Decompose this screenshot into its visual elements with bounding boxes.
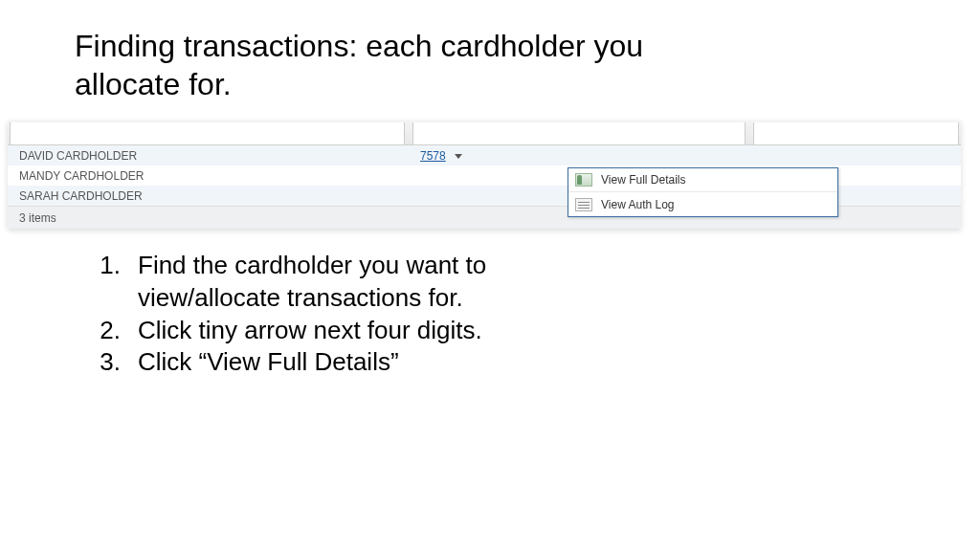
table-header — [8, 121, 961, 145]
step-number: 1. — [96, 250, 138, 315]
list-item: 3. Click “View Full Details” — [96, 346, 980, 379]
cardholder-table-screenshot: DAVID CARDHOLDER 7578 MANDY CARDHOLDER S… — [8, 121, 961, 229]
step-text: Click tiny arrow next four digits. — [138, 315, 635, 347]
cardholder-name: MANDY CARDHOLDER — [8, 169, 414, 183]
item-count: 3 items — [19, 211, 56, 225]
context-menu: View Full Details View Auth Log — [568, 167, 838, 217]
list-item: 2. Click tiny arrow next four digits. — [96, 315, 980, 347]
dropdown-arrow-icon[interactable] — [455, 154, 462, 159]
menu-item-label: View Auth Log — [601, 198, 675, 211]
step-number: 2. — [96, 315, 138, 347]
list-item: 1. Find the cardholder you want to view/… — [96, 250, 980, 315]
menu-view-auth-log[interactable]: View Auth Log — [568, 192, 837, 216]
step-text: Click “View Full Details” — [138, 346, 635, 379]
cardholder-code-cell: 7578 — [414, 149, 747, 163]
menu-view-full-details[interactable]: View Full Details — [568, 168, 837, 192]
slide-title: Finding transactions: each cardholder yo… — [0, 0, 727, 103]
menu-item-label: View Full Details — [601, 173, 685, 187]
person-card-icon — [572, 171, 595, 188]
col-name-header — [10, 122, 405, 144]
col-blank-header — [753, 122, 959, 144]
cardholder-code-link[interactable]: 7578 — [420, 149, 446, 163]
instruction-list: 1. Find the cardholder you want to view/… — [96, 250, 980, 379]
cardholder-name: DAVID CARDHOLDER — [8, 149, 414, 163]
cardholder-name: SARAH CARDHOLDER — [8, 189, 414, 203]
step-number: 3. — [96, 346, 138, 379]
step-text: Find the cardholder you want to view/all… — [138, 250, 635, 315]
col-code-header — [412, 122, 746, 144]
table-row[interactable]: DAVID CARDHOLDER 7578 — [8, 145, 961, 165]
log-icon — [572, 196, 595, 213]
